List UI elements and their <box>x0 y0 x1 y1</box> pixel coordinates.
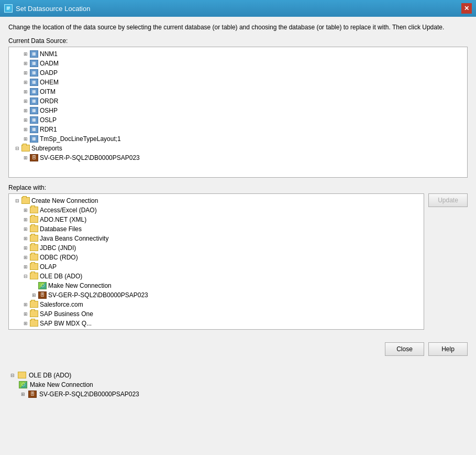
list-item[interactable]: ⊞ ▦ OADP <box>9 68 467 78</box>
list-item[interactable]: ⊞ Access/Excel (DAO) <box>9 205 424 215</box>
folder-icon <box>30 320 38 327</box>
table-icon: ▦ <box>30 107 38 114</box>
expand-icon[interactable]: ⊞ <box>21 234 30 243</box>
expand-icon[interactable]: ⊞ <box>21 135 30 143</box>
expand-icon[interactable]: ⊞ <box>21 154 30 162</box>
expand-icon[interactable]: ⊞ <box>21 59 30 68</box>
folder-icon <box>18 372 26 378</box>
expand-icon[interactable]: ⊞ <box>21 88 30 96</box>
list-item[interactable]: ⊟ Create New Connection <box>9 196 424 205</box>
item-label: SV-GER-P-SQL2\DB0000PSAP023 <box>39 391 139 398</box>
expand-icon[interactable]: ⊞ <box>21 106 30 115</box>
item-label: Subreports <box>31 145 62 151</box>
bottom-make-new-connection[interactable]: ⬡ Make New Connection <box>8 380 468 389</box>
item-label: OSHP <box>40 107 58 114</box>
expand-icon[interactable]: ⊞ <box>21 319 30 328</box>
connection-icon: ⬡ <box>38 282 47 289</box>
item-label: Salesforce.com <box>40 301 83 308</box>
item-label: ODBC (RDO) <box>40 254 78 261</box>
list-item[interactable]: ⊞ ▦ NNM1 <box>9 49 467 59</box>
expand-icon[interactable]: ⊞ <box>21 78 30 86</box>
list-item[interactable]: ⊞ ▦ OITM <box>9 87 467 96</box>
list-item[interactable]: ⊞ SAP BW MDX Q... <box>9 319 424 328</box>
expand-icon[interactable]: ⊟ <box>8 373 17 378</box>
expand-icon[interactable]: ⊟ <box>13 144 21 153</box>
list-item[interactable]: ⊞ Java Beans Connectivity <box>9 234 424 243</box>
help-button[interactable]: Help <box>428 342 468 356</box>
list-item[interactable]: ⊞ SAP Business One <box>9 309 424 319</box>
item-label: ORDR <box>40 98 58 104</box>
item-label: SAP BW MDX Q... <box>40 320 92 327</box>
expand-icon[interactable]: ⊞ <box>21 50 30 58</box>
list-item[interactable]: ⊞ ▦ OSHP <box>9 106 467 115</box>
list-item[interactable]: ⊟ OLE DB (ADO) <box>9 272 424 281</box>
list-item[interactable]: ⊞ 🗄 SV-GER-P-SQL2\DB0000PSAP023 <box>9 290 424 300</box>
dialog-content: Change the location of the data source b… <box>0 17 476 336</box>
svg-rect-2 <box>7 8 10 8</box>
description-text: Change the location of the data source b… <box>8 23 468 32</box>
expand-icon[interactable]: ⊞ <box>19 392 27 397</box>
list-item[interactable]: ⊞ ▦ OADM <box>9 59 467 68</box>
item-label: SAP Business One <box>40 311 93 317</box>
bottom-list-item[interactable]: ⊞ 🗄 SV-GER-P-SQL2\DB0000PSAP023 <box>8 389 468 399</box>
update-button[interactable]: Update <box>428 193 468 207</box>
folder-icon <box>30 216 38 223</box>
list-item[interactable]: ⊞ ▦ OSLP <box>9 115 467 125</box>
expand-icon[interactable]: ⊞ <box>21 225 30 233</box>
expand-icon[interactable]: ⊞ <box>21 253 30 262</box>
db-icon: 🗄 <box>28 391 37 398</box>
expand-icon[interactable]: ⊞ <box>21 116 30 124</box>
list-item[interactable]: ⊞ Database Files <box>9 224 424 234</box>
dialog-footer: Close Help <box>0 338 476 360</box>
table-icon: ▦ <box>30 135 38 143</box>
expand-icon[interactable]: ⊟ <box>13 197 21 205</box>
folder-icon <box>30 225 38 232</box>
close-button[interactable]: Close <box>385 342 424 356</box>
item-label: OSLP <box>40 117 57 123</box>
table-icon: ▦ <box>30 126 38 133</box>
list-item[interactable]: ⊞ JDBC (JNDI) <box>9 243 424 253</box>
item-label: Java Beans Connectivity <box>40 235 108 242</box>
list-item[interactable]: ⊞ ADO.NET (XML) <box>9 215 424 224</box>
list-item[interactable]: ⊞ ▦ TmSp_DocLineTypeLayout;1 <box>9 134 467 144</box>
close-icon[interactable]: ✕ <box>461 3 472 14</box>
expand-icon[interactable]: ⊞ <box>21 215 30 224</box>
folder-icon <box>30 310 38 317</box>
expand-icon[interactable]: ⊞ <box>21 263 30 271</box>
item-label: TmSp_DocLineTypeLayout;1 <box>40 136 121 142</box>
list-item[interactable]: ⊞ OLAP <box>9 262 424 272</box>
dialog-title: Set Datasource Location <box>16 5 90 13</box>
list-item[interactable]: ⊞ ODBC (RDO) <box>9 253 424 262</box>
expand-icon[interactable]: ⊞ <box>21 244 30 252</box>
expand-icon[interactable]: ⊟ <box>21 272 30 280</box>
current-source-panel: ⊞ ▦ NNM1 ⊞ ▦ OADM ⊞ ▦ OADP ⊞ <box>8 47 468 178</box>
bottom-list-item[interactable]: ⊟ OLE DB (ADO) <box>8 371 468 380</box>
folder-icon <box>30 244 38 251</box>
expand-icon[interactable]: ⊞ <box>21 125 30 134</box>
expand-icon[interactable]: ⊞ <box>21 206 30 214</box>
expand-icon[interactable]: ⊞ <box>21 300 30 309</box>
side-buttons: Update <box>428 193 468 207</box>
current-source-scroll[interactable]: ⊞ ▦ NNM1 ⊞ ▦ OADM ⊞ ▦ OADP ⊞ <box>9 47 467 177</box>
dialog-window: Set Datasource Location ✕ Change the loc… <box>0 0 476 455</box>
bottom-area: ⊟ OLE DB (ADO) ⬡ Make New Connection ⊞ 🗄… <box>0 360 476 409</box>
item-label: SV-GER-P-SQL2\DB0000PSAP023 <box>40 155 140 161</box>
table-icon: ▦ <box>30 60 38 67</box>
list-item[interactable]: ⊞ ▦ RDR1 <box>9 125 467 134</box>
list-item[interactable]: ⊞ Salesforce.com <box>9 300 424 309</box>
expand-icon[interactable]: ⊞ <box>21 97 30 105</box>
make-new-connection-item[interactable]: ⊞ ⬡ Make New Connection <box>9 281 424 290</box>
current-source-label: Current Data Source: <box>8 37 468 45</box>
list-item[interactable]: ⊟ Subreports <box>9 144 467 153</box>
replace-with-section: ⊟ Create New Connection ⊞ Access/Excel (… <box>8 193 468 330</box>
list-item[interactable]: ⊞ 🗄 SV-GER-P-SQL2\DB0000PSAP023 <box>9 153 467 162</box>
expand-icon[interactable]: ⊞ <box>21 69 30 77</box>
expand-icon[interactable]: ⊞ <box>21 310 30 318</box>
folder-icon <box>30 263 38 270</box>
folder-icon <box>30 235 38 242</box>
expand-icon[interactable]: ⊞ <box>30 291 38 299</box>
list-item[interactable]: ⊞ ▦ OHEM <box>9 78 467 87</box>
list-item[interactable]: ⊞ ▦ ORDR <box>9 96 467 106</box>
replace-with-scroll[interactable]: ⊟ Create New Connection ⊞ Access/Excel (… <box>9 194 424 329</box>
app-icon <box>4 4 13 13</box>
